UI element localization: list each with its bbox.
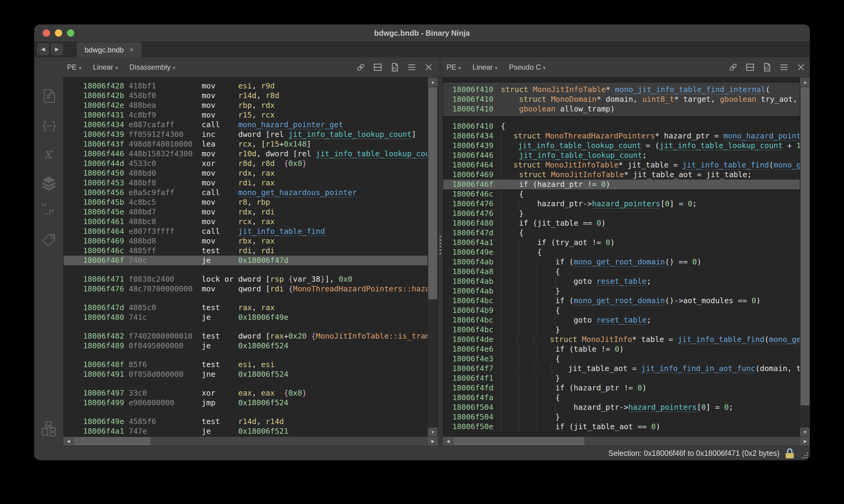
horizontal-scrollbar[interactable]: ◀ ▶	[443, 436, 810, 446]
code-row[interactable]: 18006f439jit_info_table_lookup_count = (…	[443, 141, 810, 150]
disasm-row[interactable]: 18006f49733c0xoreax, eax {0x0}	[64, 388, 438, 398]
close-icon[interactable]	[424, 62, 434, 72]
disasm-row[interactable]: 18006f43f498d8f48010000learcx, [r15+0x14…	[64, 139, 438, 149]
code-row[interactable]: 18006f46c{	[443, 189, 810, 199]
strings-quotes-icon[interactable]: “”	[40, 203, 58, 221]
disasm-row[interactable]: 18006f49e4585f6testr14d, r14d	[64, 417, 438, 427]
disasm-row[interactable]: 18006f46c4885fftestrdi, rdi	[64, 246, 438, 256]
code-row[interactable]: 18006f410{	[443, 122, 810, 131]
pseudo-c-view[interactable]: 18006f410struct MonoJitInfoTable* mono_j…	[443, 77, 810, 437]
code-row[interactable]: 18006f46fif (hazard_ptr != 0)	[443, 180, 810, 189]
symbols-document-icon[interactable]: #	[40, 87, 58, 105]
disasm-row[interactable]: 18006f4910f858d000000jne0x18006f524	[64, 370, 438, 379]
disasm-row[interactable]: 18006f456e8a5c9faffcallmono_get_hazardou…	[64, 188, 438, 197]
disasm-row[interactable]: 18006f46f740cje0x18006f47d	[64, 256, 438, 265]
tab-bdwgc[interactable]: bdwgc.bndb×	[77, 42, 142, 57]
horizontal-scrollbar[interactable]: ◀ ▶	[63, 436, 438, 446]
stack-layers-icon[interactable]	[40, 174, 58, 192]
il-menu[interactable]: Disassembly▾	[130, 63, 175, 71]
disasm-row[interactable]: 18006f461488bc8movrcx, rax	[64, 217, 438, 227]
code-row[interactable]: 18006f476hazard_ptr->hazard_pointers[0] …	[443, 199, 810, 209]
lock-icon[interactable]	[786, 448, 794, 458]
disasm-row[interactable]: 18006f482f7402000000010testdword [rax+0x…	[64, 331, 438, 341]
code-row[interactable]: 18006f434struct MonoThreadHazardPointers…	[443, 131, 810, 141]
binary-view-icon[interactable]: 01	[390, 62, 400, 72]
disasm-row[interactable]: 18006f47d4885c0testrax, rax	[64, 303, 438, 312]
code-row[interactable]: 18006f4ab}	[443, 286, 810, 296]
disasm-row[interactable]: 18006f434e887cafaffcallmono_hazard_point…	[64, 120, 438, 130]
code-row[interactable]: 18006f4b9{	[443, 306, 810, 315]
scrollbar-thumb[interactable]	[800, 87, 809, 405]
menu-icon[interactable]	[407, 62, 417, 72]
disassembly-view[interactable]: 18006f428418bf1movesi, r9d18006f42b458bf…	[63, 77, 438, 437]
disasm-row[interactable]: 18006f4a1747eje0x18006f521	[64, 427, 438, 436]
tags-tag-icon[interactable]	[40, 231, 58, 250]
layout-menu[interactable]: Linear▾	[93, 63, 118, 71]
split-view-icon[interactable]	[745, 62, 755, 72]
code-row[interactable]: 18006f4abif (mono_get_root_domain() == 0…	[443, 257, 810, 267]
code-row[interactable]: 18006f410gboolean allow_tramp)	[443, 104, 810, 114]
view-type-menu[interactable]: PE▾	[67, 63, 82, 71]
close-icon[interactable]	[796, 62, 806, 72]
code-row[interactable]: 18006f476}	[443, 209, 810, 218]
code-row[interactable]: 18006f480if (jit_table == 0)	[443, 218, 810, 228]
forward-button[interactable]: ▶	[51, 43, 63, 55]
code-row[interactable]: 18006f410struct MonoJitInfoTable* mono_j…	[443, 85, 810, 94]
il-menu[interactable]: Pseudo C▾	[509, 63, 546, 71]
disasm-row[interactable]: 18006f44d4533c0xorr8d, r8d {0x0}	[64, 159, 438, 168]
code-row[interactable]: 18006f4bcif (mono_get_root_domain()->aot…	[443, 296, 810, 306]
link-icon[interactable]	[356, 62, 366, 72]
scrollbar-thumb[interactable]	[454, 437, 584, 445]
types-braces-icon[interactable]: {}	[40, 116, 58, 134]
scroll-left-button[interactable]: ◀	[443, 437, 453, 446]
disasm-row[interactable]: 18006f471f0830c2400lock ordword [rsp {va…	[64, 274, 438, 284]
disasm-row[interactable]: 18006f4314c8bf9movr15, rcx	[64, 110, 438, 120]
code-row[interactable]: 18006f4f7jit_table_aot = jit_info_find_i…	[443, 364, 810, 374]
scroll-up-button[interactable]: ▲	[428, 77, 438, 87]
scroll-up-button[interactable]: ▲	[800, 77, 810, 87]
disasm-row[interactable]: 18006f439ff05912f4300incdword [rel jit_i…	[64, 130, 438, 139]
code-row[interactable]: 18006f446jit_info_table_lookup_count;	[443, 150, 810, 160]
code-row[interactable]: 18006f4a1if (try_aot != 0)	[443, 238, 810, 248]
resize-grip[interactable]	[807, 457, 808, 458]
disasm-row[interactable]: 18006f47648c70700000000movqword [rdi {Mo…	[64, 284, 438, 294]
scrollbar-thumb[interactable]	[428, 87, 437, 299]
code-row[interactable]: 18006f464struct MonoJitInfoTable* jit_ta…	[443, 160, 810, 170]
scroll-down-button[interactable]: ▼	[428, 428, 438, 437]
disasm-row[interactable]: 18006f450488bd0movrdx, rax	[64, 168, 438, 178]
disasm-row[interactable]: 18006f428418bf1movesi, r9d	[64, 81, 438, 91]
tab-close-icon[interactable]: ×	[129, 46, 134, 54]
disasm-row[interactable]: 18006f45e488bd7movrdx, rdi	[64, 207, 438, 217]
mini-graph-icon[interactable]	[40, 419, 58, 438]
disasm-row[interactable]: 18006f446448b15832f4300movr10d, dword [r…	[64, 149, 438, 159]
code-row[interactable]: 18006f4f1}	[443, 374, 810, 383]
code-row[interactable]: 18006f49e{	[443, 248, 810, 257]
layout-menu[interactable]: Linear▾	[472, 63, 498, 71]
back-button[interactable]: ◀	[37, 43, 49, 55]
scroll-right-button[interactable]: ▶	[800, 437, 810, 446]
disasm-row[interactable]: 18006f42e488beamovrbp, rdx	[64, 101, 438, 110]
vertical-scrollbar[interactable]: ▲ ▼	[428, 77, 438, 437]
disasm-row[interactable]: 18006f45b4c8bc5movr8, rbp	[64, 197, 438, 207]
code-row[interactable]: 18006f504hazard_ptr->hazard_pointers[0] …	[443, 402, 810, 412]
scroll-right-button[interactable]: ▶	[428, 437, 438, 446]
code-row[interactable]: 18006f4a8{	[443, 267, 810, 276]
link-icon[interactable]	[728, 62, 738, 72]
scrollbar-thumb[interactable]	[74, 437, 150, 445]
variables-x-icon[interactable]: x	[40, 145, 58, 163]
code-row[interactable]: 18006f469struct MonoJitInfoTable* jit_ta…	[443, 170, 810, 180]
pane-splitter[interactable]	[438, 57, 443, 446]
code-row[interactable]: 18006f4destruct MonoJitInfo* table = jit…	[443, 335, 810, 344]
split-view-icon[interactable]	[373, 62, 383, 72]
code-row[interactable]: 18006f4bcgoto reset_table;	[443, 315, 810, 325]
code-row[interactable]: 18006f47d{	[443, 228, 810, 238]
disasm-row[interactable]: 18006f48f85f6testesi, esi	[64, 360, 438, 370]
disasm-row[interactable]: 18006f480741cje0x18006f49e	[64, 312, 438, 322]
vertical-scrollbar[interactable]: ▲ ▼	[800, 77, 810, 437]
disasm-row[interactable]: 18006f469488bd8movrbx, rax	[64, 236, 438, 246]
code-row[interactable]: 18006f4e3{	[443, 354, 810, 364]
disasm-row[interactable]: 18006f464e807f3ffffcalljit_info_table_fi…	[64, 227, 438, 236]
disasm-row[interactable]: 18006f4890f8495000000je0x18006f524	[64, 341, 438, 351]
code-row[interactable]: 18006f504}	[443, 412, 810, 422]
code-row[interactable]: 18006f4fa{	[443, 393, 810, 402]
